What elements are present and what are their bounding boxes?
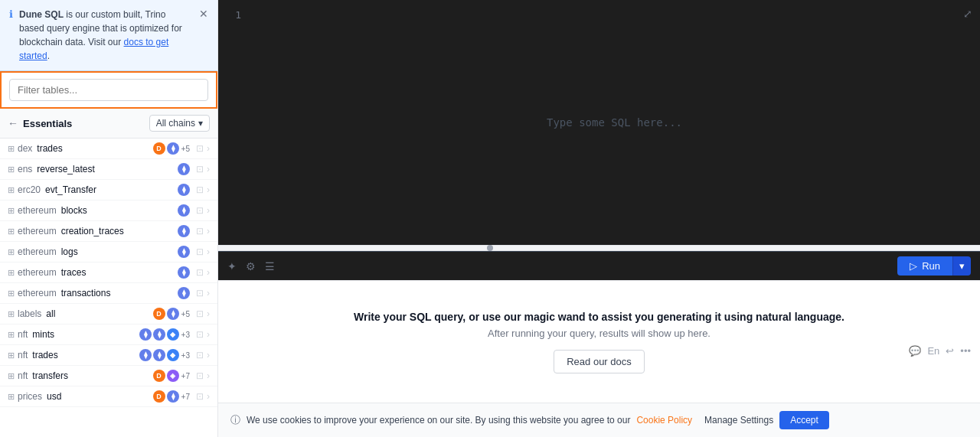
table-row[interactable]: ⊞ ethereum blocks ⧫ ⊡ ›	[0, 201, 217, 221]
table-row[interactable]: ⊞ ethereum creation_traces ⧫ ⊡ ›	[0, 221, 217, 242]
manage-settings-button[interactable]: Manage Settings	[704, 415, 773, 426]
cookie-text: We use cookies to improve your experienc…	[247, 415, 630, 426]
chat-icon[interactable]: 💬	[909, 345, 921, 357]
table-badges: ⧫	[178, 184, 190, 196]
table-badges: ⧫ ⧫ ◆ +3	[139, 349, 190, 361]
table-arrow-icon[interactable]: ›	[207, 370, 210, 381]
accept-cookies-button[interactable]: Accept	[779, 411, 829, 429]
table-row[interactable]: ⊞ ethereum traces ⧫ ⊡ ›	[0, 263, 217, 283]
table-arrow-icon[interactable]: ›	[207, 350, 210, 360]
read-docs-button[interactable]: Read our docs	[554, 350, 645, 373]
table-namespace: ethereum	[18, 205, 57, 216]
editor-content: Type some SQL here...	[249, 0, 980, 245]
table-action-icon[interactable]: ⊡	[196, 226, 204, 236]
table-row[interactable]: ⊞ nft transfers D ◈ +7 ⊡ ›	[0, 366, 217, 386]
table-action-icon[interactable]: ⊡	[196, 267, 204, 278]
table-action-icon[interactable]: ⊡	[196, 143, 204, 154]
table-action-icon[interactable]: ⊡	[196, 205, 204, 216]
table-arrow-icon[interactable]: ›	[207, 184, 210, 195]
table-namespace: ens	[18, 164, 32, 174]
table-action-icon[interactable]: ⊡	[196, 329, 204, 340]
table-action-icon[interactable]: ⊡	[196, 308, 204, 319]
badge-count: +3	[181, 331, 190, 339]
table-row[interactable]: ⊞ nft mints ⧫ ⧫ ◆ +3 ⊡ ›	[0, 324, 217, 345]
badge-blue-icon: ◆	[167, 349, 179, 361]
table-row[interactable]: ⊞ ethereum logs ⧫ ⊡ ›	[0, 242, 217, 263]
table-namespace: labels	[18, 308, 41, 319]
cookie-policy-link[interactable]: Cookie Policy	[636, 415, 692, 426]
badge-icon: D	[153, 142, 165, 155]
badge-eth2-icon: ⧫	[139, 328, 152, 341]
grid-icon: ⊞	[8, 309, 15, 319]
table-namespace: nft	[18, 329, 28, 340]
action-icons: ⊡ ›	[196, 350, 210, 360]
table-name: blocks	[61, 205, 87, 216]
table-row[interactable]: ⊞ ens reverse_latest ⧫ ⊡ ›	[0, 159, 217, 180]
wand-icon[interactable]: ✦	[227, 260, 237, 272]
badge-count: +3	[181, 351, 190, 360]
action-icons: ⊡ ›	[196, 226, 210, 236]
back-icon[interactable]: ←	[8, 117, 18, 129]
info-banner: ℹ Dune SQL is our custom built, Trino ba…	[0, 0, 217, 71]
table-arrow-icon[interactable]: ›	[207, 246, 210, 257]
table-namespace: ethereum	[18, 267, 57, 278]
table-row[interactable]: ⊞ prices usd D ⧫ +7 ⊡ ›	[0, 386, 217, 407]
table-arrow-icon[interactable]: ›	[207, 205, 210, 216]
table-name: trades	[37, 143, 62, 154]
table-row[interactable]: ⊞ erc20 evt_Transfer ⧫ ⊡ ›	[0, 180, 217, 201]
table-action-icon[interactable]: ⊡	[196, 288, 204, 298]
table-arrow-icon[interactable]: ›	[207, 226, 210, 236]
table-action-icon[interactable]: ⊡	[196, 246, 204, 257]
close-icon[interactable]: ✕	[199, 8, 208, 20]
table-row[interactable]: ⊞ nft trades ⧫ ⧫ ◆ +3 ⊡ ›	[0, 345, 217, 366]
table-arrow-icon[interactable]: ›	[207, 267, 210, 278]
run-button[interactable]: ▷ Run	[897, 256, 952, 276]
badge-eth-icon: ⧫	[178, 266, 190, 279]
table-row[interactable]: ⊞ ethereum transactions ⧫ ⊡ ›	[0, 283, 217, 304]
docs-link[interactable]: docs to get started	[19, 37, 168, 61]
badge-blue-icon: ◆	[167, 328, 179, 341]
chain-select-dropdown[interactable]: All chains ▾	[149, 115, 210, 132]
editor-resize-handle[interactable]	[218, 245, 980, 251]
table-row[interactable]: ⊞ dex trades D ⧫ +5 ⊡ ›	[0, 139, 217, 159]
table-action-icon[interactable]: ⊡	[196, 164, 204, 174]
table-namespace: prices	[18, 391, 42, 402]
table-name: logs	[61, 246, 78, 257]
badge-eth-icon: ⧫	[178, 204, 190, 217]
badge-eth-icon: ⧫	[178, 163, 190, 175]
essentials-label: Essentials	[23, 118, 145, 129]
expand-icon[interactable]: ⤢	[963, 8, 972, 20]
table-arrow-icon[interactable]: ›	[207, 164, 210, 174]
code-editor[interactable]: 1 Type some SQL here... ⤢	[218, 0, 980, 245]
table-arrow-icon[interactable]: ›	[207, 288, 210, 298]
table-arrow-icon[interactable]: ›	[207, 391, 210, 402]
table-action-icon[interactable]: ⊡	[196, 391, 204, 402]
filter-tables-input[interactable]	[9, 79, 208, 101]
table-badges: D ◈ +7	[153, 370, 190, 382]
table-name: creation_traces	[61, 226, 124, 236]
table-row[interactable]: ⊞ labels all D ⧫ +5 ⊡ ›	[0, 304, 217, 324]
table-arrow-icon[interactable]: ›	[207, 143, 210, 154]
badge-eth-icon: ⧫	[153, 349, 165, 361]
grid-icon: ⊞	[8, 392, 15, 402]
undo-icon[interactable]: ↩	[946, 345, 954, 357]
table-name: usd	[47, 391, 61, 402]
more-icon[interactable]: •••	[960, 345, 971, 357]
badge-purple-icon: ◈	[167, 370, 179, 382]
table-action-icon[interactable]: ⊡	[196, 184, 204, 195]
table-arrow-icon[interactable]: ›	[207, 308, 210, 319]
badge-count: +5	[181, 310, 190, 318]
grid-icon: ⊞	[8, 144, 15, 154]
table-badges: ⧫	[178, 287, 190, 299]
table-action-icon[interactable]: ⊡	[196, 370, 204, 381]
table-action-icon[interactable]: ⊡	[196, 350, 204, 360]
table-arrow-icon[interactable]: ›	[207, 329, 210, 340]
table-badges: D ⧫ +7	[153, 390, 190, 403]
cookie-banner: ⓘ We use cookies to improve your experie…	[218, 403, 980, 437]
list-icon[interactable]: ☰	[265, 260, 275, 272]
language-icon[interactable]: En	[927, 345, 939, 357]
badge-eth-icon: ⧫	[178, 246, 190, 258]
resize-dot[interactable]	[487, 245, 493, 251]
gear-icon[interactable]: ⚙	[246, 260, 256, 272]
run-dropdown-button[interactable]: ▾	[952, 256, 971, 276]
